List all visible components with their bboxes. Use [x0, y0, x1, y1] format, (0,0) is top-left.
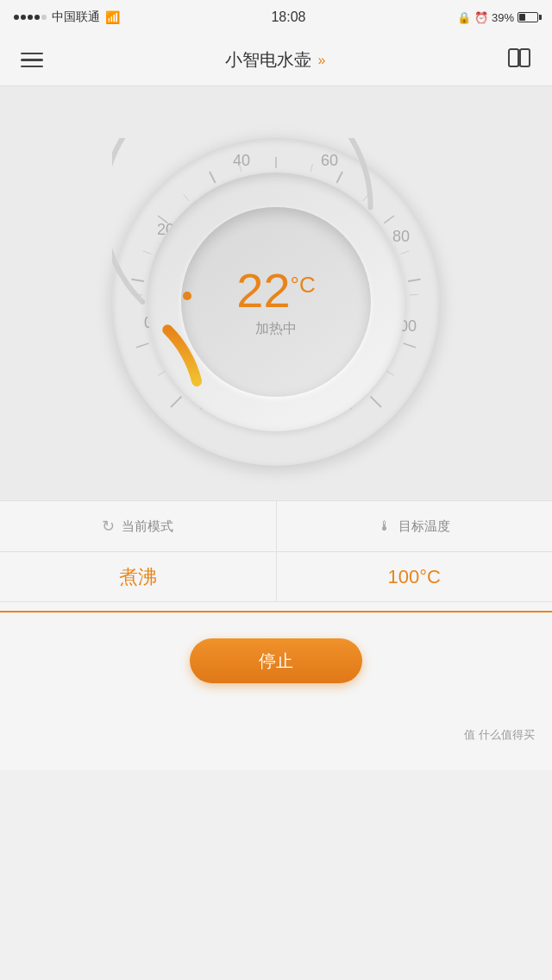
stop-label: 停止 [259, 650, 293, 673]
info-label-row: ↻ 当前模式 🌡 目标温度 [0, 500, 552, 552]
sound-icon: » [318, 53, 326, 68]
svg-rect-1 [520, 49, 530, 66]
wifi-icon: 📶 [105, 10, 120, 24]
signal-dot-2 [21, 15, 26, 20]
temperature-display: 22 °C [236, 267, 315, 315]
hamburger-line-2 [21, 59, 43, 61]
dial-outer[interactable]: // Will render ticks in SVG [112, 138, 440, 466]
svg-line-17 [408, 280, 420, 281]
signal-dot-3 [28, 15, 33, 20]
signal-dot-5 [41, 15, 47, 20]
battery-fill [519, 14, 525, 21]
target-value-cell[interactable]: 100°C [276, 552, 553, 601]
battery-icon [518, 12, 538, 22]
button-area: 停止 [0, 611, 552, 700]
bottom-info: ↻ 当前模式 🌡 目标温度 煮沸 100°C 停止 值 什么值得买 [0, 500, 552, 770]
mode-value: 煮沸 [119, 564, 157, 590]
target-value: 100°C [388, 566, 441, 588]
target-label: 目标温度 [398, 518, 450, 535]
dial-middle: 22 °C 加热中 [147, 173, 405, 431]
mode-label-cell[interactable]: ↻ 当前模式 [0, 501, 276, 551]
alarm-icon: ⏰ [474, 11, 488, 24]
hamburger-line-1 [21, 53, 43, 55]
book-icon-button[interactable] [507, 47, 531, 73]
temperature-unit: °C [291, 273, 316, 296]
target-label-cell[interactable]: 🌡 目标温度 [276, 501, 553, 551]
svg-line-11 [132, 280, 144, 281]
temperature-status: 加热中 [255, 320, 297, 338]
thermometer-icon: 🌡 [378, 518, 392, 534]
lock-icon: 🔒 [457, 11, 471, 24]
status-time: 18:08 [271, 9, 305, 25]
mode-value-cell[interactable]: 煮沸 [0, 552, 276, 601]
info-value-row: 煮沸 100°C [0, 552, 552, 602]
status-right: 🔒 ⏰ 39% [457, 11, 538, 24]
svg-text:40: 40 [233, 152, 250, 169]
app-title: 小智电水壶 [225, 48, 311, 72]
watermark-text: 值 什么值得买 [464, 727, 535, 743]
carrier-label: 中国联通 [52, 9, 100, 25]
svg-text:60: 60 [321, 152, 338, 169]
header-title: 小智电水壶 » [225, 48, 326, 72]
status-bar: 中国联通 📶 18:08 🔒 ⏰ 39% [0, 0, 552, 35]
dial-container: // Will render ticks in SVG [0, 121, 552, 500]
svg-line-22 [134, 295, 142, 296]
signal-dot-4 [34, 15, 40, 20]
status-left: 中国联通 📶 [14, 9, 120, 25]
signal-dots [14, 15, 47, 20]
header: 小智电水壶 » [0, 35, 552, 86]
refresh-icon: ↻ [102, 517, 115, 536]
stop-button[interactable]: 停止 [190, 638, 362, 683]
watermark-area: 值 什么值得买 [0, 700, 552, 770]
svg-line-29 [410, 295, 418, 296]
temperature-value: 22 [236, 267, 290, 315]
signal-dot-1 [14, 15, 19, 20]
svg-rect-0 [509, 49, 518, 66]
mode-label: 当前模式 [122, 518, 173, 535]
menu-button[interactable] [21, 53, 43, 68]
main-content: // Will render ticks in SVG [0, 86, 552, 770]
battery-percent: 39% [492, 11, 514, 24]
orange-dot-indicator [183, 292, 191, 300]
svg-line-26 [310, 164, 313, 172]
hamburger-line-3 [21, 66, 43, 68]
dial-inner[interactable]: 22 °C 加热中 [181, 207, 371, 397]
